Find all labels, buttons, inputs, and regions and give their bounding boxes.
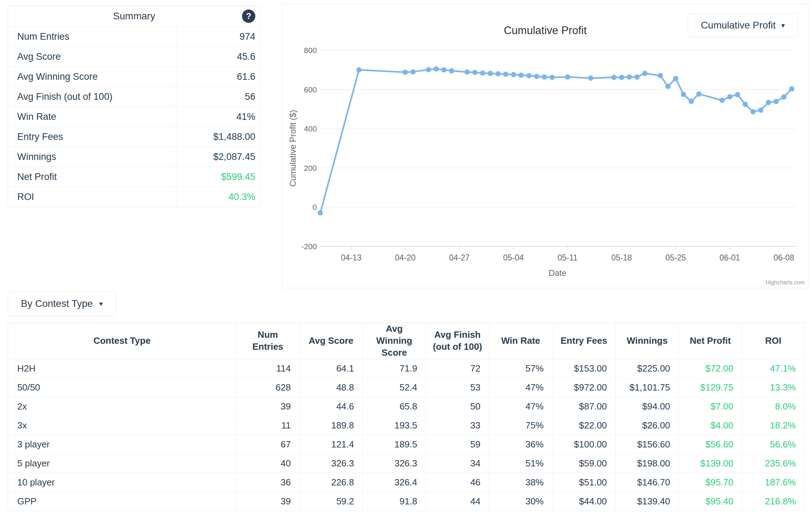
- value-cell: 72: [426, 359, 489, 378]
- data-point-marker[interactable]: [519, 72, 524, 78]
- contest-type-cell: 3x: [8, 416, 236, 435]
- data-point-marker[interactable]: [503, 72, 509, 77]
- summary-row: Avg Winning Score61.6: [8, 67, 260, 87]
- data-point-marker[interactable]: [635, 74, 640, 79]
- table-row: 2x3944.665.85047%$87.00$94.00$7.008.0%: [8, 397, 805, 416]
- value-cell: $972.00: [552, 378, 616, 397]
- x-axis-title: Date: [549, 268, 567, 278]
- summary-row: Avg Score45.6: [8, 47, 260, 67]
- value-cell: $1,101.75: [616, 378, 679, 397]
- value-cell: $87.00: [552, 397, 616, 416]
- value-cell: 46: [426, 473, 489, 492]
- data-point-marker[interactable]: [496, 71, 501, 76]
- y-tick-label: -200: [301, 242, 317, 251]
- summary-row-label: Entry Fees: [8, 127, 176, 147]
- data-point-marker[interactable]: [534, 74, 539, 79]
- chevron-down-icon: ▾: [99, 299, 103, 308]
- data-point-marker[interactable]: [465, 69, 470, 75]
- data-point-marker[interactable]: [588, 76, 594, 81]
- value-cell: 91.8: [363, 492, 426, 511]
- data-point-marker[interactable]: [781, 94, 787, 99]
- help-icon[interactable]: ?: [242, 9, 255, 23]
- data-point-marker[interactable]: [720, 98, 725, 103]
- data-point-marker[interactable]: [627, 74, 632, 79]
- value-cell: $198.00: [616, 454, 679, 473]
- data-point-marker[interactable]: [426, 67, 431, 72]
- summary-row-value: 40.3%: [176, 187, 260, 207]
- summary-row-value: 56: [176, 87, 260, 107]
- x-tick-label: 05-11: [557, 253, 577, 262]
- value-cell: 47%: [489, 397, 552, 416]
- value-cell: $59.00: [552, 454, 616, 473]
- summary-row-label: Avg Finish (out of 100): [8, 87, 176, 107]
- data-point-marker[interactable]: [681, 92, 686, 97]
- data-point-marker[interactable]: [611, 75, 617, 80]
- summary-row: Win Rate41%: [8, 107, 260, 127]
- x-tick-label: 04-13: [341, 253, 362, 262]
- profit-line-series[interactable]: [320, 69, 792, 213]
- group-by-dropdown-label: By Contest Type: [21, 298, 93, 309]
- data-point-marker[interactable]: [449, 68, 454, 73]
- data-point-marker[interactable]: [774, 99, 779, 104]
- table-row: 50/5062848.852.45347%$972.00$1,101.75$12…: [8, 378, 805, 397]
- data-point-marker[interactable]: [696, 91, 702, 97]
- summary-row: ROI40.3%: [8, 187, 260, 207]
- value-cell: 13.3%: [742, 378, 805, 397]
- data-point-marker[interactable]: [472, 70, 478, 75]
- value-cell: 11: [236, 416, 300, 435]
- data-point-marker[interactable]: [434, 66, 439, 72]
- x-tick-label: 05-04: [503, 253, 524, 262]
- data-point-marker[interactable]: [751, 109, 756, 114]
- contest-type-table: Contest TypeNum EntriesAvg ScoreAvg Winn…: [8, 323, 805, 511]
- cumulative-profit-chart[interactable]: 8006004002000-20004-1304-2004-2705-0405-…: [282, 5, 807, 287]
- data-point-marker[interactable]: [766, 100, 771, 105]
- data-point-marker[interactable]: [619, 75, 624, 80]
- data-point-marker[interactable]: [411, 69, 416, 75]
- value-cell: $72.00: [679, 359, 742, 378]
- highcharts-credit-link[interactable]: Highcharts.com: [766, 279, 805, 285]
- data-point-marker[interactable]: [480, 70, 485, 76]
- value-cell: $139.40: [616, 492, 679, 511]
- value-cell: $26.00: [616, 416, 679, 435]
- value-cell: 33: [426, 416, 489, 435]
- column-header: Entry Fees: [552, 323, 616, 359]
- data-point-marker[interactable]: [441, 67, 447, 72]
- data-point-marker[interactable]: [511, 72, 516, 77]
- data-point-marker[interactable]: [542, 74, 547, 79]
- data-point-marker[interactable]: [789, 86, 794, 91]
- value-cell: 47.1%: [742, 359, 805, 378]
- summary-row: Num Entries974: [8, 27, 260, 47]
- data-point-marker[interactable]: [642, 71, 648, 76]
- data-point-marker[interactable]: [318, 210, 323, 215]
- data-point-marker[interactable]: [488, 71, 493, 76]
- data-point-marker[interactable]: [658, 73, 663, 78]
- data-point-marker[interactable]: [550, 75, 555, 80]
- data-point-marker[interactable]: [727, 94, 733, 99]
- value-cell: 326.3: [363, 454, 426, 473]
- value-cell: $129.75: [679, 378, 742, 397]
- x-tick-label: 04-27: [449, 253, 470, 262]
- value-cell: 36%: [489, 435, 552, 454]
- chart-metric-dropdown[interactable]: Cumulative Profit ▾: [688, 13, 798, 37]
- data-point-marker[interactable]: [735, 92, 740, 97]
- data-point-marker[interactable]: [526, 73, 532, 78]
- data-point-marker[interactable]: [689, 99, 694, 104]
- y-tick-label: 200: [304, 164, 317, 173]
- data-point-marker[interactable]: [356, 67, 362, 72]
- group-by-dropdown[interactable]: By Contest Type ▾: [8, 291, 116, 316]
- summary-row-label: Winnings: [8, 147, 176, 167]
- data-point-marker[interactable]: [666, 84, 671, 89]
- data-point-marker[interactable]: [743, 102, 748, 107]
- x-tick-label: 06-08: [774, 253, 794, 262]
- data-point-marker[interactable]: [403, 70, 408, 75]
- value-cell: $4.00: [679, 416, 742, 435]
- data-point-marker[interactable]: [673, 76, 679, 81]
- y-axis-title: Cumulative Profit ($): [288, 110, 297, 187]
- data-point-marker[interactable]: [758, 108, 764, 113]
- value-cell: 189.5: [363, 435, 426, 454]
- value-cell: $225.00: [616, 359, 679, 378]
- x-tick-label: 05-18: [611, 253, 632, 262]
- data-point-marker[interactable]: [565, 74, 570, 79]
- contest-type-cell: 10 player: [8, 473, 236, 492]
- value-cell: 38%: [489, 473, 552, 492]
